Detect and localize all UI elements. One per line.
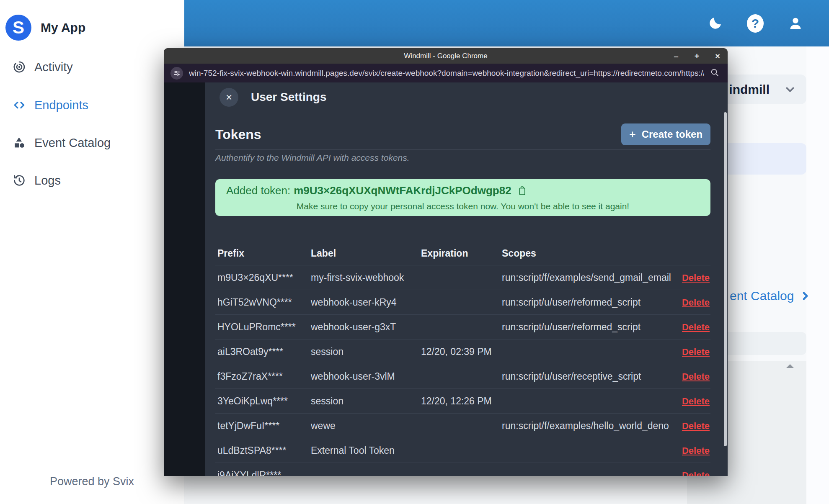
delete-token-button[interactable]: Delete [682,297,710,308]
token-prefix: 3YeOiKpLwq**** [215,396,309,407]
window-titlebar[interactable]: Windmill - Google Chrome – + × [164,48,728,64]
header-prefix: Prefix [215,248,309,259]
divider [215,149,710,149]
token-copy-warning: Make sure to copy your personal access t… [226,201,700,211]
zoom-magnifier-icon[interactable] [710,68,719,79]
token-label: session [309,346,419,357]
powered-by-svix: Powered by Svix [0,475,184,488]
token-label: my-first-svix-webhook [309,272,419,283]
browser-page: × User Settings Tokens + Create token Au… [164,82,728,476]
tokens-heading: Tokens [215,123,261,142]
table-row: m9U3×26qXU**** my-first-svix-webhook run… [215,265,710,290]
top-header: ? [184,0,829,46]
header-expiration: Expiration [419,248,500,259]
screen: ? indmill ent Catalog S My App Activity [0,0,829,504]
chevron-right-icon [800,291,811,301]
delete-token-button[interactable]: Delete [682,396,710,406]
sidebar-item-endpoints[interactable]: Endpoints [0,86,184,124]
delete-token-button[interactable]: Delete [682,273,710,283]
table-row: 3YeOiKpLwq**** session 12/20, 12:26 PM D… [215,389,710,414]
token-label: webhook-user-g3xT [309,321,419,333]
token-scopes: run:script/f/examples/send_gmail_email [500,272,675,283]
added-token-banner: Added token: m9U3×26qXUXqNWtFAKrdjJCkPOd… [215,179,710,216]
modal-title: User Settings [251,90,327,104]
tokens-description: Authentify to the Windmill API with acce… [215,153,710,163]
sidebar-item-logs[interactable]: Logs [0,162,184,199]
token-scopes: run:script/u/user/reformed_script [500,321,675,333]
table-row: uLdBztSPA8**** External Tool Token Delet… [215,438,710,463]
delete-token-button[interactable]: Delete [682,470,710,476]
table-row: hGiT52wVNQ**** webhook-user-kRy4 run:scr… [215,290,710,315]
token-label: webhook-user-3vlM [309,371,419,382]
shapes-icon [13,136,26,149]
url-bar[interactable]: win-752-fix-svix-webhook-win.windmill.pa… [164,64,728,82]
table-row: HYOLuPRomc**** webhook-user-g3xT run:scr… [215,315,710,339]
table-row: tetYjDwFuI**** wewe run:script/f/example… [215,414,710,438]
delete-token-button[interactable]: Delete [682,445,710,456]
token-prefix: i9AiXYLdlR**** [215,470,309,476]
token-prefix: aiL3ROat9y**** [215,346,309,357]
sidebar-item-label: Activity [34,60,73,74]
scroll-up-arrow-icon[interactable] [786,364,794,368]
create-token-button[interactable]: + Create token [621,123,710,145]
site-settings-icon[interactable] [170,67,183,80]
token-expiration: 12/20, 12:26 PM [419,396,500,407]
table-row-clipped: i9AiXYLdlR**** Delete [215,463,710,476]
svix-logo: S [5,15,31,41]
sidebar-item-label: Logs [34,174,61,188]
table-row: aiL3ROat9y**** session 12/20, 02:39 PM D… [215,339,710,364]
token-prefix: hGiT52wVNQ**** [215,297,309,308]
delete-token-button[interactable]: Delete [682,347,710,357]
sidebar-item-label: Event Catalog [34,136,111,150]
sidebar-item-event-catalog[interactable]: Event Catalog [0,124,184,162]
token-label: session [309,396,419,407]
url-text[interactable]: win-752-fix-svix-webhook-win.windmill.pa… [189,69,704,78]
token-prefix: tetYjDwFuI**** [215,420,309,432]
added-token-label: Added token: [226,184,290,197]
create-token-button-label: Create token [642,129,702,140]
token-label: wewe [309,420,419,432]
plus-icon: + [629,128,636,141]
sidebar-item-label: Endpoints [34,98,88,112]
event-catalog-link-label: ent Catalog [730,289,794,303]
dark-mode-moon-icon[interactable] [706,14,724,33]
delete-token-button[interactable]: Delete [682,421,710,431]
tokens-table: Prefix Label Expiration Scopes m9U3×26qX… [215,244,710,476]
token-prefix: HYOLuPRomc**** [215,321,309,333]
modal-body: Tokens + Create token Authentify to the … [205,112,728,476]
header-scopes: Scopes [500,248,675,259]
token-scopes: run:script/u/user/reformed_script [500,297,675,308]
delete-token-button[interactable]: Delete [682,322,710,332]
page-scrollbar-thumb[interactable] [724,112,727,446]
page-right-margin [806,46,829,504]
code-brackets-icon [13,98,26,112]
history-clock-icon [13,174,26,187]
profile-icon[interactable] [786,14,805,33]
event-catalog-link[interactable]: ent Catalog [730,289,811,303]
sidebar: S My App Activity Endpoints Event Catalo… [0,0,184,504]
token-expiration: 12/20, 02:39 PM [419,346,500,357]
token-label: External Tool Token [309,445,419,456]
close-window-button[interactable]: × [715,52,720,60]
page-backdrop [164,82,205,476]
token-prefix: uLdBztSPA8**** [215,445,309,456]
maximize-button[interactable]: + [695,52,700,60]
added-token-value: m9U3×26qXUXqNWtFAKrdjJCkPOdwgp82 [294,184,511,197]
activity-icon [13,60,26,74]
copy-icon[interactable] [518,186,527,196]
token-scopes: run:script/f/examples/hello_world_deno [500,420,675,432]
delete-token-button[interactable]: Delete [682,371,710,382]
table-row: f3FzoZ7raX**** webhook-user-3vlM run:scr… [215,364,710,389]
token-scopes: run:script/u/user/receptive_script [500,371,675,382]
app-name: My App [41,21,85,35]
help-icon[interactable]: ? [746,14,764,33]
minimize-button[interactable]: – [674,52,679,60]
sidebar-item-activity[interactable]: Activity [0,48,184,86]
window-controls: – + × [674,52,721,60]
chrome-window: Windmill - Google Chrome – + × win-752-f… [164,48,728,476]
token-prefix: m9U3×26qXU**** [215,272,309,283]
token-label: webhook-user-kRy4 [309,297,419,308]
workspace-dropdown-label: indmill [729,82,770,97]
app-logo-row: S My App [0,0,184,48]
close-modal-button[interactable]: × [220,88,238,107]
